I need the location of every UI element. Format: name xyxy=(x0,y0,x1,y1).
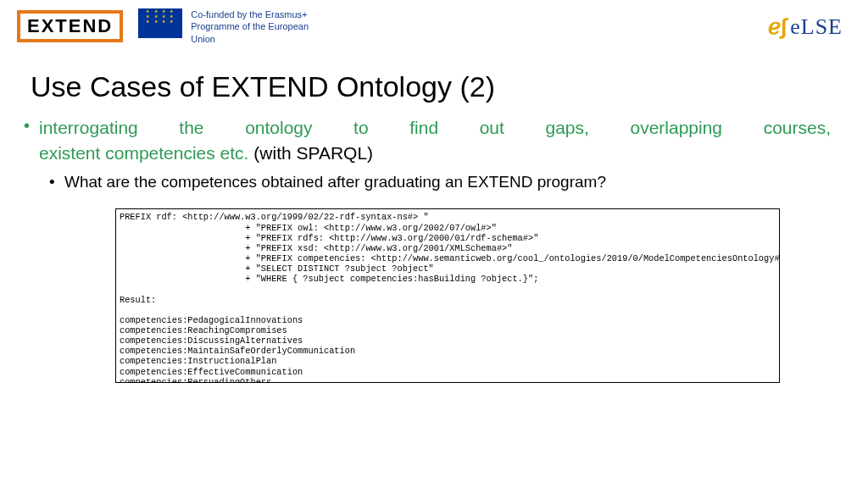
bullet-black-tail: (with SPARQL) xyxy=(248,143,373,163)
eu-cofunded-text: Co-funded by the Erasmus+ Programme of t… xyxy=(191,8,309,45)
extend-logo: EXTEND xyxy=(17,10,123,42)
slide-header: EXTEND Co-funded by the Erasmus+ Program… xyxy=(0,0,868,48)
slide-title: Use Cases of EXTEND Ontology (2) xyxy=(0,48,868,115)
else-swirl-icon: ℯ∫ xyxy=(768,14,787,40)
bullet-sub: What are the competences obtained after … xyxy=(64,171,831,194)
bullet-green-line2: existent competencies etc. xyxy=(39,143,248,163)
bullet-main: interrogating the ontology to find out g… xyxy=(37,115,831,194)
eu-flag-icon xyxy=(138,8,182,38)
else-logo: ℯ∫ eLSE xyxy=(768,14,851,40)
bullet-green-line1: interrogating the ontology to find out g… xyxy=(39,115,831,141)
eu-cofunded-block: Co-funded by the Erasmus+ Programme of t… xyxy=(138,8,309,45)
sparql-code-block: PREFIX rdf: <http://www.w3.org/1999/02/2… xyxy=(115,208,780,383)
else-logo-text: eLSE xyxy=(790,14,843,40)
slide-body: interrogating the ontology to find out g… xyxy=(0,115,868,384)
